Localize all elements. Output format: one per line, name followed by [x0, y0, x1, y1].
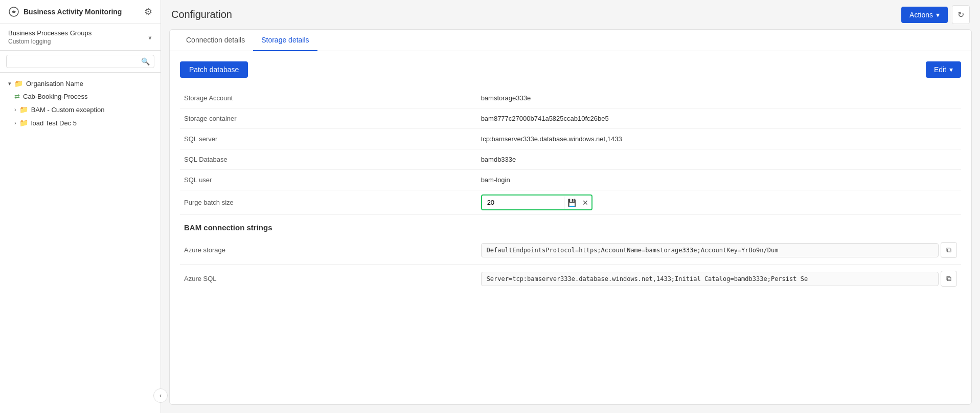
save-icon: 💾: [567, 199, 576, 207]
copy-icon-1: ⧉: [946, 274, 951, 283]
config-table: Storage Account bamstorage333e Storage c…: [180, 88, 961, 215]
sidebar-collapse-button[interactable]: ‹: [153, 388, 168, 403]
app-name: Business Activity Monitoring: [24, 8, 122, 16]
table-row: Storage Account bamstorage333e: [180, 88, 961, 108]
expand-down-icon: ▾: [8, 80, 11, 87]
actions-button[interactable]: Actions ▾: [901, 7, 948, 23]
table-row: Azure SQL Server=tcp:bamserver333e.datab…: [180, 265, 961, 293]
copy-button-0[interactable]: ⧉: [941, 242, 957, 258]
field-value-4: bam-login: [477, 170, 961, 190]
actions-chevron-icon: ▾: [936, 11, 940, 19]
conn-value-display-1: Server=tcp:bamserver333e.database.window…: [481, 272, 939, 286]
conn-value-cell-1: Server=tcp:bamserver333e.database.window…: [477, 265, 961, 293]
search-container: 🔍: [0, 51, 161, 73]
conn-value-display-0: DefaultEndpointsProtocol=https;AccountNa…: [481, 243, 939, 257]
expand-right-icon-bam: ›: [14, 106, 16, 113]
tree-label-load: load Test Dec 5: [31, 119, 77, 127]
table-row: Azure storage DefaultEndpointsProtocol=h…: [180, 236, 961, 265]
field-value-2: tcp:bamserver333e.database.windows.net,1…: [477, 129, 961, 149]
search-input[interactable]: [11, 58, 141, 66]
edit-chevron-icon: ▾: [949, 66, 953, 74]
actions-label: Actions: [909, 11, 933, 19]
sidebar-header: Business Activity Monitoring ⚙: [0, 0, 161, 24]
tree-label-cab: Cab-Booking-Process: [23, 93, 87, 100]
folder-icon-org: 📁: [14, 79, 23, 88]
purge-clear-button[interactable]: ✕: [579, 197, 591, 209]
conn-label-0: Azure storage: [180, 236, 477, 265]
purge-batch-size-input[interactable]: [482, 195, 564, 209]
conn-value-wrapper-1: Server=tcp:bamserver333e.database.window…: [481, 271, 957, 287]
clear-icon: ✕: [582, 199, 588, 207]
nav-subtitle: Custom logging: [8, 38, 92, 45]
connection-strings-title: BAM connection strings: [180, 215, 961, 236]
purge-save-icon-button[interactable]: 💾: [564, 197, 579, 209]
field-value-0: bamstorage333e: [477, 88, 961, 108]
conn-label-1: Azure SQL: [180, 265, 477, 293]
process-icon-cab: ⇄: [14, 93, 20, 100]
field-label-0: Storage Account: [180, 88, 477, 108]
nav-title-text: Business Processes Groups: [8, 29, 92, 37]
field-label-4: SQL user: [180, 170, 477, 190]
tree-label-org: Organisation Name: [26, 80, 83, 88]
field-label-3: SQL Database: [180, 149, 477, 170]
purge-row: Purge batch size 💾 ✕: [180, 190, 961, 215]
field-value-1: bam8777c27000b741a5825ccab10fc26be5: [477, 108, 961, 129]
main-content: Configuration Actions ▾ ↻ Connection det…: [161, 0, 980, 413]
tree-item-org[interactable]: ▾ 📁 Organisation Name: [0, 77, 161, 90]
tree-label-bam: BAM - Custom exception: [31, 106, 105, 114]
panel-actions-row: Patch database Edit ▾: [180, 61, 961, 78]
conn-value-wrapper-0: DefaultEndpointsProtocol=https;AccountNa…: [481, 242, 957, 258]
edit-label: Edit: [934, 66, 946, 74]
tree-container: ▾ 📁 Organisation Name ⇄ Cab-Booking-Proc…: [0, 73, 161, 413]
folder-icon-bam: 📁: [19, 105, 28, 114]
table-row: SQL Database bamdb333e: [180, 149, 961, 170]
copy-icon-0: ⧉: [946, 246, 951, 254]
nav-chevron-icon: ∨: [148, 34, 152, 41]
purge-label: Purge batch size: [180, 190, 477, 215]
content-panel: Connection details Storage details Patch…: [169, 29, 972, 405]
top-bar: Configuration Actions ▾ ↻: [161, 0, 980, 29]
sidebar: Business Activity Monitoring ⚙ Business …: [0, 0, 161, 413]
app-logo: Business Activity Monitoring: [8, 6, 122, 17]
field-value-3: bamdb333e: [477, 149, 961, 170]
collapse-icon: ‹: [159, 392, 162, 399]
conn-value-cell-0: DefaultEndpointsProtocol=https;AccountNa…: [477, 236, 961, 265]
table-row: SQL server tcp:bamserver333e.database.wi…: [180, 129, 961, 149]
field-label-2: SQL server: [180, 129, 477, 149]
search-box: 🔍: [6, 55, 154, 68]
folder-icon-load: 📁: [19, 119, 28, 127]
connection-strings-table: Azure storage DefaultEndpointsProtocol=h…: [180, 236, 961, 293]
table-row: Storage container bam8777c27000b741a5825…: [180, 108, 961, 129]
field-label-1: Storage container: [180, 108, 477, 129]
top-actions: Actions ▾ ↻: [901, 5, 970, 24]
tree-item-load[interactable]: › 📁 load Test Dec 5: [0, 116, 161, 129]
table-row: SQL user bam-login: [180, 170, 961, 190]
refresh-icon: ↻: [958, 10, 964, 19]
copy-button-1[interactable]: ⧉: [941, 271, 957, 287]
nav-section[interactable]: Business Processes Groups Custom logging…: [0, 24, 161, 51]
gear-icon[interactable]: ⚙: [144, 6, 152, 17]
refresh-button[interactable]: ↻: [952, 5, 970, 24]
tree-item-bam[interactable]: › 📁 BAM - Custom exception: [0, 103, 161, 116]
panel-body: Patch database Edit ▾ Storage Account ba…: [170, 51, 971, 303]
logo-icon: [8, 6, 19, 17]
expand-right-icon-load: ›: [14, 120, 16, 126]
tabs-bar: Connection details Storage details: [170, 30, 971, 51]
tree-item-cab[interactable]: ⇄ Cab-Booking-Process: [0, 90, 161, 103]
nav-title-row[interactable]: Business Processes Groups Custom logging…: [8, 29, 152, 45]
patch-database-button[interactable]: Patch database: [180, 61, 248, 78]
tab-connection[interactable]: Connection details: [178, 30, 253, 51]
search-icon: 🔍: [141, 57, 150, 66]
page-title: Configuration: [171, 9, 232, 20]
tab-storage[interactable]: Storage details: [253, 30, 317, 51]
purge-input-wrapper: 💾 ✕: [481, 194, 592, 210]
edit-button[interactable]: Edit ▾: [926, 61, 961, 78]
purge-field-cell: 💾 ✕: [477, 190, 961, 215]
